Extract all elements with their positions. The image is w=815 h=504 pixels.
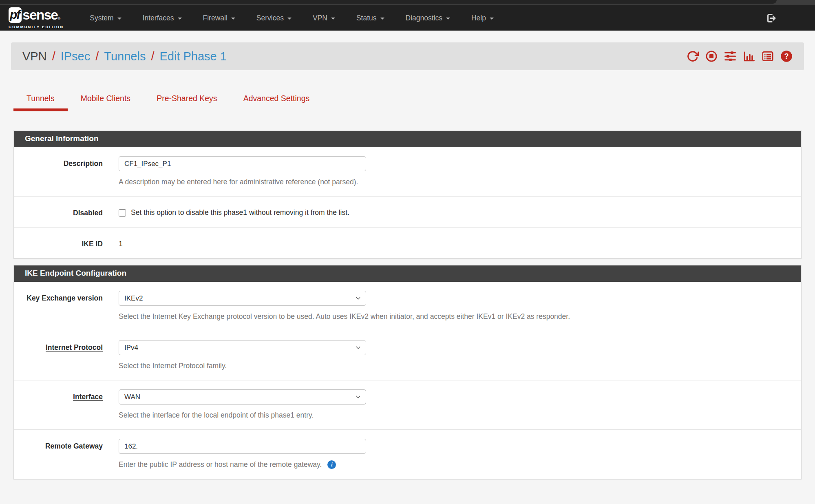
tab-pre-shared-keys[interactable]: Pre-Shared Keys (144, 94, 230, 111)
internet-protocol-help: Select the Internet Protocol family. (119, 362, 801, 370)
panel-body: Key Exchange version IKEv2 Select the In… (14, 282, 801, 479)
menu-help-label: Help (471, 14, 486, 22)
interface-select[interactable]: WAN (119, 389, 366, 405)
pfsense-logo-pf: pf (9, 7, 22, 23)
pfsense-logo-sense: sense (22, 8, 57, 22)
interface-label: Interface (14, 389, 103, 420)
menu-help[interactable]: Help (461, 14, 504, 22)
description-input[interactable] (119, 156, 366, 171)
internet-protocol-select[interactable]: IPv4 (119, 340, 366, 355)
key-exchange-help-text: Select the Internet Key Exchange protoco… (119, 312, 570, 321)
navbar-menu: System Interfaces Firewall Services VPN … (79, 14, 504, 22)
internet-protocol-label: Internet Protocol (14, 340, 103, 370)
internet-protocol-help-text: Select the Internet Protocol family. (119, 362, 227, 370)
menu-system-label: System (90, 14, 113, 22)
menu-interfaces-label: Interfaces (143, 14, 174, 22)
chevron-down-icon (117, 18, 121, 20)
page-action-icons: ? (687, 50, 793, 62)
menu-interfaces[interactable]: Interfaces (132, 14, 192, 22)
breadcrumb-link-tunnels[interactable]: Tunnels (104, 50, 146, 63)
description-help-text: A description may be entered here for ad… (119, 178, 358, 186)
chevron-down-icon (331, 18, 335, 20)
menu-services[interactable]: Services (246, 14, 302, 22)
panel-body: Description A description may be entered… (14, 147, 801, 259)
menu-system[interactable]: System (79, 14, 132, 22)
ike-id-value: 1 (119, 237, 801, 248)
sliders-icon[interactable] (724, 50, 736, 62)
registered-mark: ® (57, 17, 60, 21)
chevron-down-icon (287, 18, 292, 20)
panel-title: General Information (14, 131, 801, 147)
breadcrumb-separator: / (151, 50, 154, 63)
menu-diagnostics-label: Diagnostics (406, 14, 442, 22)
chevron-down-icon (446, 18, 450, 20)
list-icon[interactable] (762, 50, 774, 62)
disabled-label: Disabled (14, 206, 103, 217)
tab-advanced-settings[interactable]: Advanced Settings (230, 94, 323, 111)
sign-out-icon[interactable] (766, 13, 777, 24)
panel-title: IKE Endpoint Configuration (14, 265, 801, 282)
general-information-panel: General Information Description A descri… (13, 130, 802, 259)
menu-vpn[interactable]: VPN (302, 14, 346, 22)
remote-gateway-help: Enter the public IP address or host name… (119, 460, 801, 469)
ike-id-label: IKE ID (14, 237, 103, 248)
chevron-down-icon (178, 18, 182, 20)
menu-status-label: Status (356, 14, 377, 22)
remote-gateway-help-text: Enter the public IP address or host name… (119, 460, 322, 469)
remote-gateway-input[interactable] (119, 439, 366, 454)
breadcrumb-page-title: Edit Phase 1 (159, 50, 226, 63)
chevron-down-icon (231, 18, 235, 20)
breadcrumb-separator: / (95, 50, 99, 63)
menu-vpn-label: VPN (313, 14, 327, 22)
remote-gateway-label: Remote Gateway (14, 439, 103, 469)
menu-services-label: Services (256, 14, 284, 22)
disabled-checkbox[interactable] (119, 209, 126, 217)
breadcrumb-separator: / (52, 50, 55, 63)
browser-tab-remnant (0, 0, 777, 4)
chevron-down-icon (380, 18, 384, 20)
key-exchange-select[interactable]: IKEv2 (119, 291, 366, 306)
disabled-row: Disabled Set this option to disable this… (14, 197, 801, 228)
info-icon[interactable]: i (327, 460, 336, 469)
interface-help: Select the interface for the local endpo… (119, 411, 801, 420)
pfsense-logo-wordmark: pf sense ® (9, 7, 64, 23)
key-exchange-help: Select the Internet Key Exchange protoco… (119, 312, 801, 321)
description-help: A description may be entered here for ad… (119, 178, 801, 186)
breadcrumb-bar: VPN / IPsec / Tunnels / Edit Phase 1 (11, 42, 804, 70)
stop-circle-icon[interactable] (705, 50, 718, 62)
main-navbar: pf sense ® COMMUNITY EDITION System Inte… (0, 5, 815, 31)
disabled-checkbox-line: Set this option to disable this phase1 w… (119, 206, 801, 217)
key-exchange-row: Key Exchange version IKEv2 Select the In… (14, 282, 801, 331)
menu-status[interactable]: Status (346, 14, 395, 22)
bar-chart-icon[interactable] (743, 50, 755, 62)
tab-mobile-clients[interactable]: Mobile Clients (68, 94, 144, 111)
description-label: Description (14, 156, 103, 186)
description-row: Description A description may be entered… (14, 147, 801, 197)
community-edition-label: COMMUNITY EDITION (9, 25, 64, 29)
breadcrumb-link-ipsec[interactable]: IPsec (61, 50, 91, 63)
interface-help-text: Select the interface for the local endpo… (119, 411, 314, 420)
breadcrumb-section: VPN (22, 50, 47, 63)
tab-tunnels[interactable]: Tunnels (13, 94, 68, 111)
ike-endpoint-panel: IKE Endpoint Configuration Key Exchange … (13, 265, 802, 480)
refresh-icon[interactable] (687, 50, 699, 62)
remote-gateway-row: Remote Gateway Enter the public IP addre… (14, 430, 801, 479)
menu-diagnostics[interactable]: Diagnostics (395, 14, 461, 22)
menu-firewall-label: Firewall (203, 14, 227, 22)
interface-row: Interface WAN Select the interface for t… (14, 380, 801, 430)
menu-firewall[interactable]: Firewall (192, 14, 246, 22)
tab-bar: Tunnels Mobile Clients Pre-Shared Keys A… (13, 70, 815, 111)
help-icon[interactable]: ? (780, 50, 793, 62)
chevron-down-icon (490, 18, 494, 20)
breadcrumb: VPN / IPsec / Tunnels / Edit Phase 1 (22, 50, 227, 63)
ike-id-row: IKE ID 1 (14, 228, 801, 259)
window-top-strip (0, 0, 815, 5)
svg-text:?: ? (784, 52, 788, 60)
internet-protocol-row: Internet Protocol IPv4 Select the Intern… (14, 331, 801, 380)
pfsense-logo[interactable]: pf sense ® COMMUNITY EDITION (9, 7, 64, 29)
disabled-checkbox-text: Set this option to disable this phase1 w… (131, 208, 349, 217)
key-exchange-label: Key Exchange version (14, 291, 103, 321)
